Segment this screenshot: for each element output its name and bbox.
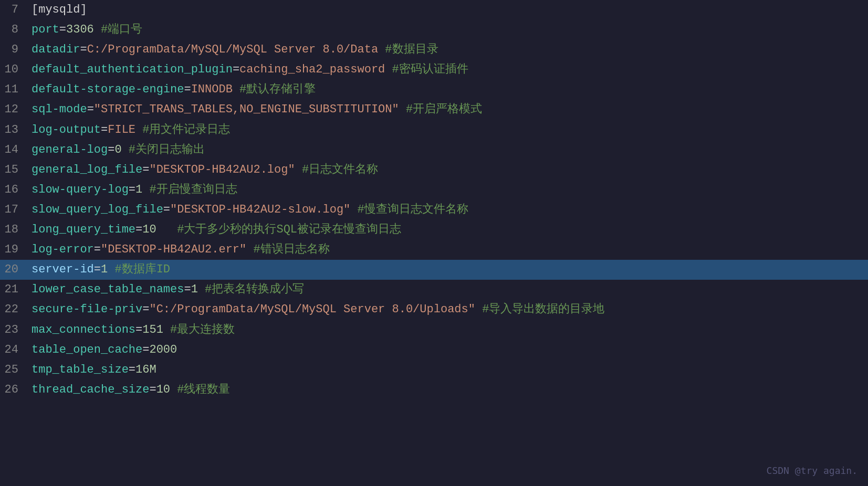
token: = [94, 243, 101, 256]
token: #关闭日志输出 [122, 143, 205, 156]
token: lower_case_table_names [32, 283, 184, 296]
token: 2000 [149, 343, 177, 356]
code-line: 24table_open_cache=2000 [0, 340, 868, 360]
line-content: lower_case_table_names=1 #把表名转换成小写 [29, 281, 868, 299]
token: INNODB [191, 83, 233, 96]
token: 3306 [66, 23, 94, 36]
line-number: 19 [0, 241, 29, 259]
token: #大于多少秒的执行SQL被记录在慢查询日志 [156, 223, 401, 236]
token: datadir [32, 43, 80, 56]
token: default-storage-engine [32, 83, 184, 96]
token: C:/ProgramData/MySQL/MySQL Server 8.0/Da… [87, 43, 379, 56]
token: = [129, 363, 135, 376]
token: #端口号 [94, 23, 142, 36]
token: #密码认证插件 [385, 63, 468, 76]
line-content: default_authentication_plugin=caching_sh… [29, 61, 868, 79]
code-line: 13log-output=FILE #用文件记录日志 [0, 120, 868, 140]
token: = [108, 143, 114, 156]
token: caching_sha2_password [239, 63, 385, 76]
token: thread_cache_size [32, 383, 149, 396]
token: "C:/ProgramData/MySQL/MySQL Server 8.0/U… [149, 303, 475, 316]
line-number: 16 [0, 181, 29, 199]
token: slow_query_log_file [32, 203, 163, 216]
token: #最大连接数 [163, 323, 235, 336]
token: log-output [32, 123, 101, 136]
line-number: 21 [0, 281, 29, 299]
token: 16M [135, 363, 156, 376]
token: #线程数量 [170, 383, 230, 396]
token: secure-file-priv [32, 303, 142, 316]
line-content: thread_cache_size=10 #线程数量 [29, 381, 868, 399]
line-number: 8 [0, 21, 29, 39]
token: = [142, 163, 149, 176]
token: = [80, 43, 87, 56]
line-number: 10 [0, 61, 29, 79]
token: = [184, 83, 191, 96]
code-editor: 7[mysqld]8port=3306 #端口号9datadir=C:/Prog… [0, 0, 868, 486]
token: #日志文件名称 [295, 163, 378, 176]
line-content: [mysqld] [29, 1, 868, 19]
token: #错误日志名称 [246, 243, 329, 256]
line-number: 20 [0, 261, 29, 279]
token: = [135, 323, 142, 336]
line-content: slow-query-log=1 #开启慢查询日志 [29, 181, 868, 199]
token: sql-mode [32, 103, 87, 116]
token: #用文件记录日志 [135, 123, 230, 136]
token: FILE [108, 123, 135, 136]
token: = [142, 303, 149, 316]
token: long_query_time [32, 223, 135, 236]
token: tmp_table_size [32, 363, 129, 376]
token: "DESKTOP-HB42AU2-slow.log" [170, 203, 350, 216]
token: 151 [142, 323, 163, 336]
line-content: log-error="DESKTOP-HB42AU2.err" #错误日志名称 [29, 241, 868, 259]
code-line: 18long_query_time=10 #大于多少秒的执行SQL被记录在慢查询… [0, 220, 868, 240]
line-number: 26 [0, 381, 29, 399]
token: max_connections [32, 323, 135, 336]
token: = [94, 263, 101, 276]
code-line: 19log-error="DESKTOP-HB42AU2.err" #错误日志名… [0, 240, 868, 260]
code-line: 17slow_query_log_file="DESKTOP-HB42AU2-s… [0, 200, 868, 220]
token: table_open_cache [32, 343, 142, 356]
line-number: 22 [0, 301, 29, 319]
token: #把表名转换成小写 [198, 283, 304, 296]
code-line: 12sql-mode="STRICT_TRANS_TABLES,NO_ENGIN… [0, 100, 868, 120]
token: = [184, 283, 191, 296]
line-content: log-output=FILE #用文件记录日志 [29, 121, 868, 139]
code-line: 8port=3306 #端口号 [0, 20, 868, 40]
line-content: general-log=0 #关闭日志输出 [29, 141, 868, 159]
token: #开启慢查询日志 [142, 183, 237, 196]
token: slow-query-log [32, 183, 129, 196]
code-line: 14general-log=0 #关闭日志输出 [0, 140, 868, 160]
token: = [129, 183, 135, 196]
token: "STRICT_TRANS_TABLES,NO_ENGINE_SUBSTITUT… [94, 103, 399, 116]
line-number: 11 [0, 81, 29, 99]
token: = [87, 103, 94, 116]
line-content: server-id=1 #数据库ID [29, 261, 868, 279]
code-line: 7[mysqld] [0, 0, 868, 20]
token: general_log_file [32, 163, 142, 176]
token: = [149, 383, 156, 396]
token: #默认存储引擎 [233, 83, 316, 96]
token: general-log [32, 143, 108, 156]
code-line: 25tmp_table_size=16M [0, 360, 868, 380]
token: 1 [135, 183, 142, 196]
token: 10 [142, 223, 156, 236]
token: default_authentication_plugin [32, 63, 233, 76]
token: 1 [101, 263, 108, 276]
line-number: 18 [0, 221, 29, 239]
token: = [59, 23, 66, 36]
line-content: slow_query_log_file="DESKTOP-HB42AU2-slo… [29, 201, 868, 219]
line-number: 13 [0, 121, 29, 139]
line-content: table_open_cache=2000 [29, 341, 868, 359]
line-number: 7 [0, 1, 29, 19]
token: #慢查询日志文件名称 [350, 203, 468, 216]
code-line: 20server-id=1 #数据库ID [0, 260, 868, 280]
line-number: 15 [0, 161, 29, 179]
line-number: 9 [0, 41, 29, 59]
line-content: port=3306 #端口号 [29, 21, 868, 39]
token: #导入导出数据的目录地 [475, 303, 604, 316]
token: log-error [32, 243, 94, 256]
code-line: 23max_connections=151 #最大连接数 [0, 320, 868, 340]
token: 10 [156, 383, 170, 396]
line-number: 12 [0, 101, 29, 119]
